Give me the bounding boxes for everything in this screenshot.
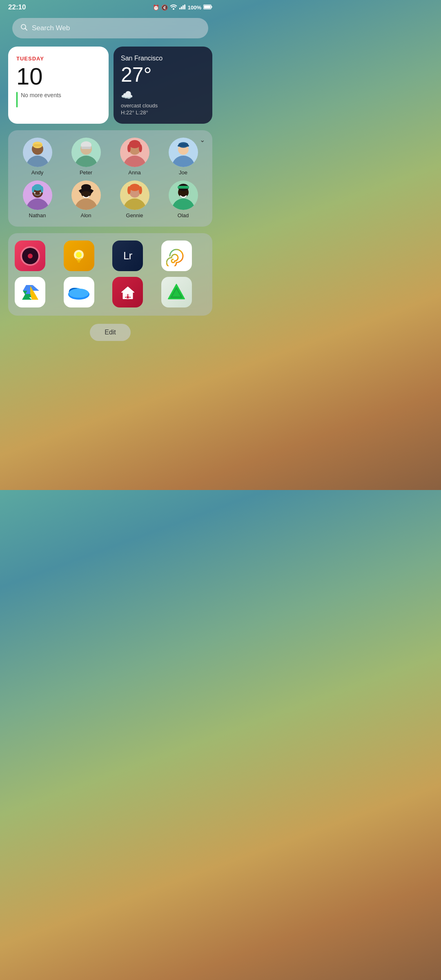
edit-button[interactable]: Edit	[90, 324, 131, 341]
avatar-joe	[169, 138, 198, 167]
svg-point-34	[40, 192, 41, 194]
svg-rect-16	[81, 147, 91, 149]
search-icon	[20, 24, 28, 33]
record-dot	[28, 254, 33, 258]
svg-point-61	[69, 288, 89, 297]
avatar-gennie	[120, 180, 149, 210]
app-bulb[interactable]	[64, 241, 94, 271]
app-lr[interactable]: Lr	[112, 241, 143, 271]
onedrive-icon	[67, 285, 90, 300]
calendar-day: TUESDAY	[16, 56, 100, 62]
contact-olad[interactable]: Olad	[160, 180, 206, 218]
contacts-widget: ⌄ Andy	[8, 130, 212, 227]
mute-icon: 🔇	[161, 4, 168, 11]
svg-point-35	[75, 198, 98, 210]
contact-alon[interactable]: Alon	[63, 180, 109, 218]
search-bar[interactable]: Search Web	[12, 18, 208, 38]
contact-nathan[interactable]: Nathan	[15, 180, 60, 218]
svg-point-31	[41, 186, 43, 193]
status-bar: 22:10 ⏰ 🔇 100%	[0, 0, 220, 13]
svg-point-20	[127, 144, 131, 152]
battery-icon	[203, 4, 212, 11]
lr-label: Lr	[123, 249, 132, 262]
avatar-nathan	[23, 180, 52, 210]
wifi-icon	[170, 4, 177, 11]
avatar-anna	[120, 138, 149, 167]
svg-point-27	[26, 198, 49, 210]
contact-name-gennie: Gennie	[126, 212, 143, 218]
svg-point-33	[34, 192, 36, 194]
calendar-bar	[16, 92, 18, 107]
contact-name-joe: Joe	[179, 169, 187, 176]
svg-rect-1	[179, 8, 180, 9]
svg-point-19	[129, 140, 140, 148]
drive-icon	[20, 283, 40, 302]
widgets-row: TUESDAY 10 No more events San Francisco …	[8, 47, 212, 124]
contact-name-peter: Peter	[80, 169, 92, 176]
contact-gennie[interactable]: Gennie	[112, 180, 157, 218]
gamepad-icon	[167, 283, 186, 301]
bulb-icon	[70, 247, 87, 265]
avatar-olad	[169, 180, 198, 210]
svg-point-41	[127, 186, 131, 194]
calendar-events: No more events	[16, 91, 100, 107]
contact-name-andy: Andy	[31, 169, 44, 176]
svg-point-29	[33, 184, 42, 191]
cloud-icon: ☁️	[121, 89, 205, 101]
status-icons: ⏰ 🔇 100%	[153, 4, 212, 11]
svg-rect-4	[184, 4, 185, 9]
spiral-icon	[166, 246, 187, 266]
svg-rect-7	[212, 6, 212, 8]
avatar-andy	[23, 138, 52, 167]
contacts-grid: Andy Peter	[15, 138, 206, 218]
app-onedrive[interactable]	[64, 277, 94, 307]
weather-city: San Francisco	[121, 55, 205, 62]
contact-anna[interactable]: Anna	[112, 138, 157, 176]
svg-rect-3	[183, 5, 184, 9]
svg-rect-2	[181, 7, 182, 9]
contact-peter[interactable]: Peter	[63, 138, 109, 176]
app-drive[interactable]	[15, 277, 45, 307]
weather-description: overcast clouds	[121, 102, 205, 109]
svg-point-9	[26, 156, 49, 167]
svg-rect-12	[33, 144, 42, 147]
search-placeholder: Search Web	[32, 24, 70, 32]
weather-widget[interactable]: San Francisco 27° ☁️ overcast clouds H:2…	[114, 47, 212, 124]
app-home[interactable]	[112, 277, 143, 307]
record-inner	[22, 248, 38, 264]
apps-widget: Lr	[8, 233, 212, 316]
contact-name-nathan: Nathan	[29, 212, 46, 218]
contact-name-anna: Anna	[128, 169, 140, 176]
svg-point-22	[172, 156, 195, 167]
svg-rect-46	[178, 186, 189, 189]
edit-button-container: Edit	[0, 324, 220, 341]
svg-point-42	[139, 186, 142, 194]
battery-text: 100%	[188, 4, 201, 11]
contact-name-olad: Olad	[178, 212, 189, 218]
alarm-icon: ⏰	[153, 4, 159, 11]
svg-point-38	[123, 198, 146, 210]
avatar-alon	[71, 180, 101, 210]
contact-name-alon: Alon	[80, 212, 91, 218]
calendar-no-events: No more events	[21, 91, 61, 100]
avatar-peter	[71, 138, 101, 167]
svg-point-40	[129, 184, 140, 191]
svg-point-13	[75, 156, 98, 167]
calendar-widget[interactable]: TUESDAY 10 No more events	[8, 47, 109, 124]
svg-rect-6	[204, 5, 211, 8]
svg-point-21	[139, 144, 142, 152]
svg-point-64	[127, 296, 129, 298]
app-gamepad[interactable]	[161, 277, 192, 307]
app-record[interactable]	[15, 241, 45, 271]
svg-point-17	[123, 156, 146, 167]
svg-rect-26	[178, 145, 189, 147]
svg-point-43	[172, 198, 195, 210]
apps-grid: Lr	[15, 241, 206, 307]
svg-point-30	[32, 186, 34, 193]
contact-andy[interactable]: Andy	[15, 138, 60, 176]
svg-point-0	[173, 8, 174, 10]
app-spiral[interactable]	[161, 241, 192, 271]
contact-joe[interactable]: Joe	[160, 138, 206, 176]
weather-highlow: H:22° L:28°	[121, 109, 205, 116]
chevron-down-icon[interactable]: ⌄	[200, 136, 205, 144]
